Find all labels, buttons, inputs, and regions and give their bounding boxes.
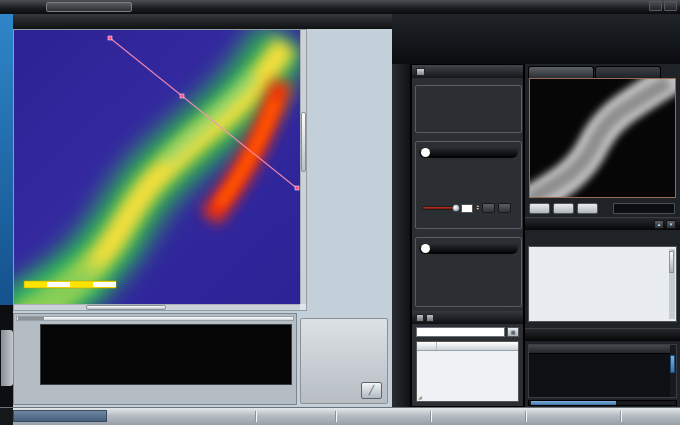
- status-separator: [525, 411, 526, 422]
- map-screen-image[interactable]: [529, 78, 676, 198]
- datasheet-input-row: ▦: [416, 327, 519, 338]
- ribbon-toolbar: [392, 14, 680, 64]
- diagonal-line-icon: ╱: [369, 385, 374, 395]
- column-no[interactable]: [417, 342, 437, 350]
- one-shot-filter-group: [415, 85, 522, 133]
- collapse-up-icon[interactable]: ▲: [654, 220, 664, 229]
- chart-x-axis: [40, 388, 292, 396]
- database-horizontal-scrollbar[interactable]: [528, 400, 677, 406]
- minimize-button[interactable]: [649, 1, 662, 11]
- datasheet-icon-2: [426, 314, 434, 322]
- collapse-down-icon[interactable]: ▼: [666, 220, 676, 229]
- zoom-100-button[interactable]: [577, 203, 598, 214]
- zoom-level-display: [613, 203, 675, 214]
- zoom-in-button[interactable]: [553, 203, 574, 214]
- image-size-status: [13, 410, 107, 422]
- slider-option-button-1[interactable]: [482, 203, 495, 213]
- slider-spinner[interactable]: ▲▼: [476, 205, 479, 212]
- measurement-type-header: [419, 242, 518, 254]
- profile-chart-panel: [13, 313, 297, 405]
- open-images-row: [529, 232, 676, 244]
- height-map-image[interactable]: [14, 30, 300, 304]
- roughness-side-tab[interactable]: [1, 330, 13, 386]
- profile-chart[interactable]: [40, 324, 292, 385]
- close-button[interactable]: [664, 1, 677, 11]
- measurement-type-group: [415, 237, 522, 307]
- datasheet-grip-icon[interactable]: ◢: [418, 394, 422, 400]
- titlebar: [0, 0, 680, 14]
- slider-thumb[interactable]: [452, 204, 460, 212]
- datasheet-input-button[interactable]: ▦: [507, 327, 519, 337]
- zoom-out-button[interactable]: [529, 203, 550, 214]
- measurement-values-panel: ╱: [300, 318, 388, 404]
- line-handle-end[interactable]: [295, 186, 299, 190]
- slider-option-button-2[interactable]: [498, 203, 511, 213]
- right-panel: ▲ ▼: [524, 64, 680, 407]
- database-vertical-scrollbar[interactable]: [670, 345, 676, 397]
- database-column-headers: [529, 345, 676, 354]
- data-list-scrollbar[interactable]: [669, 249, 675, 319]
- open-images-list: [528, 246, 677, 322]
- status-separator: [335, 411, 336, 422]
- line-handle-mid[interactable]: [180, 94, 184, 98]
- step-number-1: [421, 148, 430, 157]
- image-viewer[interactable]: [13, 29, 307, 311]
- chart-y-axis: [16, 324, 39, 385]
- data-list-header-buttons: ▲ ▼: [654, 220, 676, 229]
- profile-measurement-panel: ▲▼ ▦ ◢: [411, 64, 524, 407]
- status-bar: [0, 407, 680, 425]
- line-width-slider[interactable]: [422, 206, 458, 210]
- datasheet-input[interactable]: [416, 327, 505, 337]
- profile-panel-icon: [416, 68, 425, 76]
- file-tab-bar: [13, 14, 392, 29]
- profile-line-group: ▲▼: [415, 141, 522, 229]
- viewer-vertical-scrollbar[interactable]: [300, 30, 306, 304]
- profile-panel-header: [412, 65, 523, 78]
- viewer-horizontal-scrollbar[interactable]: [14, 304, 300, 310]
- line-handle-start[interactable]: [108, 36, 112, 40]
- scale-bar-segment: [93, 282, 116, 287]
- column-result[interactable]: [437, 342, 518, 350]
- database-header: [525, 328, 680, 341]
- step-number-2: [421, 244, 430, 253]
- status-separator: [620, 411, 621, 422]
- map-tab-bar: [528, 66, 661, 78]
- tab-map-screen[interactable]: [528, 66, 594, 78]
- profile-tool-button[interactable]: ╱: [361, 382, 382, 399]
- profile-line-header: [419, 146, 518, 158]
- status-separator: [255, 411, 256, 422]
- scale-bar-segment: [47, 282, 70, 287]
- data-list-header: ▲ ▼: [525, 217, 680, 230]
- app-title: [0, 16, 13, 266]
- status-separator: [430, 411, 431, 422]
- database-table[interactable]: [528, 344, 677, 398]
- datasheet-column-headers: [417, 342, 518, 351]
- line-width-slider-row: ▲▼: [422, 202, 517, 214]
- status-corner: [0, 408, 13, 425]
- user-button[interactable]: [46, 2, 132, 12]
- tab-image-info[interactable]: [595, 66, 661, 78]
- lext-application-window: ▲▼ ▦ ◢: [0, 0, 680, 425]
- datasheet-icon: [416, 314, 424, 322]
- channel-thumbnail-column: [307, 29, 392, 311]
- window-controls: [649, 1, 677, 11]
- slider-value: [461, 204, 473, 213]
- map-zoom-controls: [529, 202, 675, 214]
- accessory-toolbar: [392, 64, 411, 407]
- datasheet-table: ◢: [416, 341, 519, 402]
- datasheet-header: [412, 311, 523, 324]
- chart-scrollbar[interactable]: [16, 316, 294, 321]
